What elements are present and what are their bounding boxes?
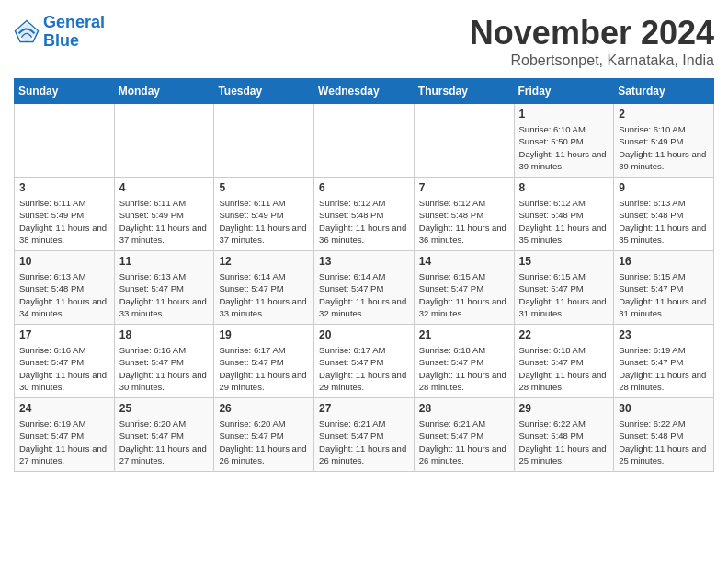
day-info: Sunrise: 6:17 AMSunset: 5:47 PMDaylight:… bbox=[219, 344, 309, 393]
day-info: Sunrise: 6:19 AMSunset: 5:47 PMDaylight:… bbox=[19, 418, 109, 466]
day-info: Sunrise: 6:22 AMSunset: 5:48 PMDaylight:… bbox=[519, 418, 609, 466]
day-number: 9 bbox=[619, 181, 709, 194]
day-info: Sunrise: 6:16 AMSunset: 5:47 PMDaylight:… bbox=[119, 344, 210, 393]
calendar-week-3: 10Sunrise: 6:13 AMSunset: 5:48 PMDayligh… bbox=[15, 251, 714, 325]
day-info: Sunrise: 6:10 AMSunset: 5:50 PMDaylight:… bbox=[519, 123, 609, 172]
calendar-cell bbox=[15, 104, 115, 178]
calendar-week-5: 24Sunrise: 6:19 AMSunset: 5:47 PMDayligh… bbox=[15, 398, 714, 472]
day-info: Sunrise: 6:20 AMSunset: 5:47 PMDaylight:… bbox=[219, 418, 309, 466]
day-number: 28 bbox=[419, 402, 509, 415]
logo-text: General Blue bbox=[43, 14, 105, 51]
calendar-cell: 26Sunrise: 6:20 AMSunset: 5:47 PMDayligh… bbox=[214, 398, 314, 472]
weekday-header-friday: Friday bbox=[514, 79, 614, 104]
calendar-cell: 6Sunrise: 6:12 AMSunset: 5:48 PMDaylight… bbox=[314, 178, 415, 251]
calendar-cell: 4Sunrise: 6:11 AMSunset: 5:49 PMDaylight… bbox=[114, 178, 214, 251]
day-number: 21 bbox=[419, 328, 509, 341]
logo-icon bbox=[14, 19, 40, 45]
calendar-cell: 27Sunrise: 6:21 AMSunset: 5:47 PMDayligh… bbox=[314, 398, 415, 472]
day-number: 11 bbox=[119, 255, 210, 268]
calendar-cell bbox=[214, 104, 314, 178]
day-info: Sunrise: 6:12 AMSunset: 5:48 PMDaylight:… bbox=[519, 197, 609, 246]
weekday-header-thursday: Thursday bbox=[414, 79, 514, 104]
calendar-cell: 9Sunrise: 6:13 AMSunset: 5:48 PMDaylight… bbox=[614, 178, 714, 251]
calendar-week-4: 17Sunrise: 6:16 AMSunset: 5:47 PMDayligh… bbox=[15, 325, 714, 398]
day-number: 5 bbox=[219, 181, 309, 194]
day-info: Sunrise: 6:17 AMSunset: 5:47 PMDaylight:… bbox=[319, 344, 409, 393]
day-info: Sunrise: 6:19 AMSunset: 5:47 PMDaylight:… bbox=[619, 344, 709, 393]
day-info: Sunrise: 6:15 AMSunset: 5:47 PMDaylight:… bbox=[619, 270, 709, 319]
day-number: 10 bbox=[19, 255, 109, 268]
calendar-cell: 7Sunrise: 6:12 AMSunset: 5:48 PMDaylight… bbox=[414, 178, 514, 251]
day-info: Sunrise: 6:10 AMSunset: 5:49 PMDaylight:… bbox=[619, 123, 709, 172]
day-number: 19 bbox=[219, 328, 309, 341]
calendar-cell: 10Sunrise: 6:13 AMSunset: 5:48 PMDayligh… bbox=[15, 251, 115, 325]
calendar-week-1: 1Sunrise: 6:10 AMSunset: 5:50 PMDaylight… bbox=[15, 104, 714, 178]
day-number: 27 bbox=[319, 402, 409, 415]
day-number: 7 bbox=[419, 181, 509, 194]
logo: General Blue bbox=[14, 14, 105, 51]
calendar-cell bbox=[114, 104, 214, 178]
day-info: Sunrise: 6:16 AMSunset: 5:47 PMDaylight:… bbox=[19, 344, 109, 393]
day-number: 14 bbox=[419, 255, 509, 268]
day-info: Sunrise: 6:12 AMSunset: 5:48 PMDaylight:… bbox=[419, 197, 509, 246]
day-number: 18 bbox=[119, 328, 210, 341]
calendar-cell: 21Sunrise: 6:18 AMSunset: 5:47 PMDayligh… bbox=[414, 325, 514, 398]
day-info: Sunrise: 6:15 AMSunset: 5:47 PMDaylight:… bbox=[419, 270, 509, 319]
weekday-header-row: SundayMondayTuesdayWednesdayThursdayFrid… bbox=[15, 79, 714, 104]
day-number: 16 bbox=[619, 255, 709, 268]
day-number: 6 bbox=[319, 181, 409, 194]
calendar-cell: 8Sunrise: 6:12 AMSunset: 5:48 PMDaylight… bbox=[514, 178, 614, 251]
location-title: Robertsonpet, Karnataka, India bbox=[470, 52, 714, 69]
calendar-cell: 23Sunrise: 6:19 AMSunset: 5:47 PMDayligh… bbox=[614, 325, 714, 398]
calendar-cell: 3Sunrise: 6:11 AMSunset: 5:49 PMDaylight… bbox=[15, 178, 115, 251]
calendar-table: SundayMondayTuesdayWednesdayThursdayFrid… bbox=[14, 78, 714, 472]
day-number: 29 bbox=[519, 402, 609, 415]
calendar-cell: 20Sunrise: 6:17 AMSunset: 5:47 PMDayligh… bbox=[314, 325, 415, 398]
weekday-header-monday: Monday bbox=[114, 79, 214, 104]
calendar-cell: 2Sunrise: 6:10 AMSunset: 5:49 PMDaylight… bbox=[614, 104, 714, 178]
weekday-header-wednesday: Wednesday bbox=[314, 79, 415, 104]
day-number: 12 bbox=[219, 255, 309, 268]
weekday-header-sunday: Sunday bbox=[15, 79, 115, 104]
day-number: 24 bbox=[19, 402, 109, 415]
calendar-cell: 29Sunrise: 6:22 AMSunset: 5:48 PMDayligh… bbox=[514, 398, 614, 472]
calendar-cell: 15Sunrise: 6:15 AMSunset: 5:47 PMDayligh… bbox=[514, 251, 614, 325]
day-info: Sunrise: 6:22 AMSunset: 5:48 PMDaylight:… bbox=[619, 418, 709, 466]
day-info: Sunrise: 6:11 AMSunset: 5:49 PMDaylight:… bbox=[119, 197, 210, 246]
day-number: 1 bbox=[519, 108, 609, 121]
calendar-cell: 22Sunrise: 6:18 AMSunset: 5:47 PMDayligh… bbox=[514, 325, 614, 398]
day-number: 15 bbox=[519, 255, 609, 268]
weekday-header-tuesday: Tuesday bbox=[214, 79, 314, 104]
day-number: 30 bbox=[619, 402, 709, 415]
calendar-cell: 1Sunrise: 6:10 AMSunset: 5:50 PMDaylight… bbox=[514, 104, 614, 178]
calendar-cell: 25Sunrise: 6:20 AMSunset: 5:47 PMDayligh… bbox=[114, 398, 214, 472]
calendar-cell: 14Sunrise: 6:15 AMSunset: 5:47 PMDayligh… bbox=[414, 251, 514, 325]
weekday-header-saturday: Saturday bbox=[614, 79, 714, 104]
calendar-cell: 11Sunrise: 6:13 AMSunset: 5:47 PMDayligh… bbox=[114, 251, 214, 325]
day-info: Sunrise: 6:13 AMSunset: 5:48 PMDaylight:… bbox=[619, 197, 709, 246]
calendar-cell: 28Sunrise: 6:21 AMSunset: 5:47 PMDayligh… bbox=[414, 398, 514, 472]
day-number: 23 bbox=[619, 328, 709, 341]
calendar-cell: 18Sunrise: 6:16 AMSunset: 5:47 PMDayligh… bbox=[114, 325, 214, 398]
calendar-cell: 24Sunrise: 6:19 AMSunset: 5:47 PMDayligh… bbox=[15, 398, 115, 472]
day-info: Sunrise: 6:18 AMSunset: 5:47 PMDaylight:… bbox=[519, 344, 609, 393]
day-number: 3 bbox=[19, 181, 109, 194]
calendar-cell: 12Sunrise: 6:14 AMSunset: 5:47 PMDayligh… bbox=[214, 251, 314, 325]
day-number: 25 bbox=[119, 402, 210, 415]
title-area: November 2024 Robertsonpet, Karnataka, I… bbox=[470, 14, 714, 69]
calendar-cell: 30Sunrise: 6:22 AMSunset: 5:48 PMDayligh… bbox=[614, 398, 714, 472]
day-info: Sunrise: 6:13 AMSunset: 5:47 PMDaylight:… bbox=[119, 270, 210, 319]
day-info: Sunrise: 6:21 AMSunset: 5:47 PMDaylight:… bbox=[319, 418, 409, 466]
calendar-cell bbox=[414, 104, 514, 178]
day-info: Sunrise: 6:15 AMSunset: 5:47 PMDaylight:… bbox=[519, 270, 609, 319]
day-info: Sunrise: 6:11 AMSunset: 5:49 PMDaylight:… bbox=[219, 197, 309, 246]
day-number: 17 bbox=[19, 328, 109, 341]
day-number: 26 bbox=[219, 402, 309, 415]
day-number: 2 bbox=[619, 108, 709, 121]
day-number: 13 bbox=[319, 255, 409, 268]
day-number: 20 bbox=[319, 328, 409, 341]
day-info: Sunrise: 6:14 AMSunset: 5:47 PMDaylight:… bbox=[319, 270, 409, 319]
calendar-cell: 5Sunrise: 6:11 AMSunset: 5:49 PMDaylight… bbox=[214, 178, 314, 251]
day-info: Sunrise: 6:12 AMSunset: 5:48 PMDaylight:… bbox=[319, 197, 409, 246]
day-info: Sunrise: 6:14 AMSunset: 5:47 PMDaylight:… bbox=[219, 270, 309, 319]
